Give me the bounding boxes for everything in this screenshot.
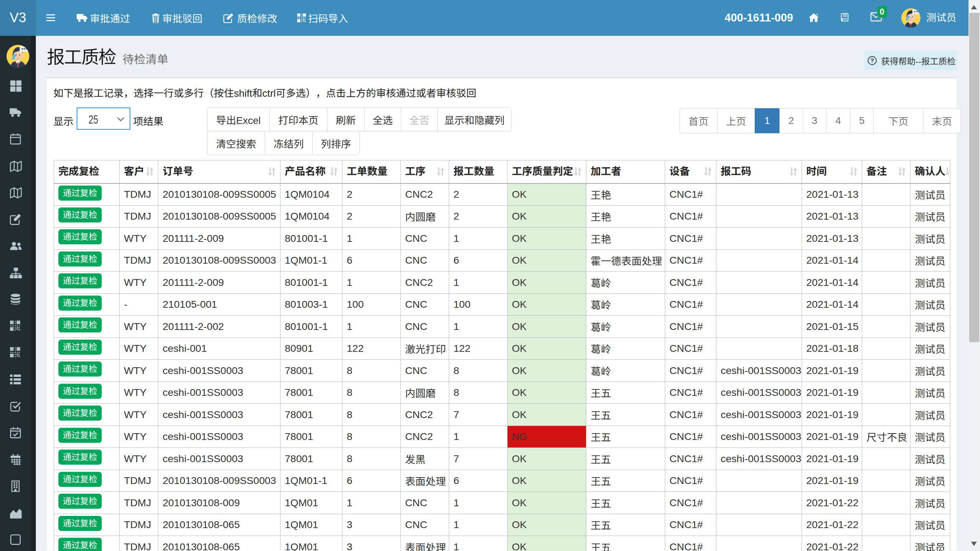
svg-text:?: ?	[870, 57, 874, 64]
